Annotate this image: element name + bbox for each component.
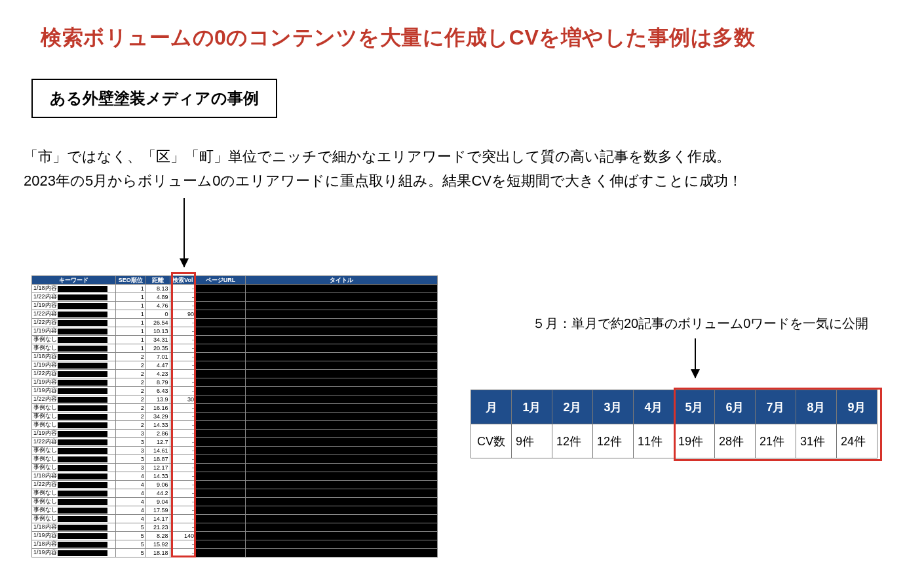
table-row: 1/18内容515.92-	[32, 540, 438, 549]
cell-url-redacted	[195, 489, 245, 498]
cell-date: 1/19内容	[32, 532, 116, 540]
cv-value-cell: 28件	[715, 424, 756, 458]
cell-vol: -	[170, 421, 195, 430]
cell-rank: 1	[116, 285, 146, 293]
cell-vol: 90	[170, 310, 195, 319]
cell-rank: 4	[116, 481, 146, 489]
table-row: 事例なし318.87-	[32, 455, 438, 464]
body-line-2: 2023年の5月からボリューム0のエリアワードに重点取り組み。結果CVを短期間で…	[24, 172, 742, 189]
cell-dist: 44.2	[145, 489, 170, 498]
cell-vol: -	[170, 540, 195, 549]
table-row: 事例なし214.33-	[32, 421, 438, 430]
cell-vol: 30	[170, 395, 195, 404]
cell-rank: 4	[116, 472, 146, 481]
cell-date: 事例なし	[32, 489, 116, 498]
table-row: 事例なし49.04-	[32, 498, 438, 506]
cv-monthly-table: 月 1月 2月 3月 4月 5月 6月 7月 8月 9月 CV数 9件 12件 …	[471, 390, 877, 458]
cell-dist: 2.86	[145, 430, 170, 438]
cell-url-redacted	[195, 481, 245, 489]
cell-date: 事例なし	[32, 413, 116, 421]
cell-date: 事例なし	[32, 447, 116, 455]
cell-date: 1/19内容	[32, 378, 116, 387]
cell-date: 事例なし	[32, 506, 116, 515]
table-row: 事例なし134.31-	[32, 336, 438, 344]
cell-dist: 14.33	[145, 421, 170, 430]
cell-title-redacted	[245, 438, 437, 447]
cell-vol: -	[170, 404, 195, 413]
cell-title-redacted	[245, 387, 437, 395]
cell-dist: 4.47	[145, 361, 170, 370]
cell-vol: -	[170, 430, 195, 438]
cell-date: 事例なし	[32, 455, 116, 464]
cell-url-redacted	[195, 319, 245, 327]
table-row: 1/18内容414.33-	[32, 472, 438, 481]
header-seo-rank: SEO順位	[116, 276, 146, 285]
cell-vol: -	[170, 387, 195, 395]
cell-dist: 9.04	[145, 498, 170, 506]
cv-row-label: CV数	[471, 424, 512, 458]
cell-title-redacted	[245, 344, 437, 353]
cv-header-row: 月 1月 2月 3月 4月 5月 6月 7月 8月 9月	[471, 390, 877, 424]
table-row: 1/19内容32.86-	[32, 430, 438, 438]
cell-dist: 8.79	[145, 378, 170, 387]
arrow-down-icon	[183, 198, 185, 267]
cell-rank: 2	[116, 378, 146, 387]
cell-rank: 2	[116, 421, 146, 430]
cell-rank: 2	[116, 387, 146, 395]
right-annotation: ５月：単月で約20記事のボリューム0ワードを一気に公開	[532, 315, 868, 333]
cell-title-redacted	[245, 285, 437, 293]
cell-date: 事例なし	[32, 515, 116, 523]
cell-dist: 26.54	[145, 319, 170, 327]
cell-vol: -	[170, 447, 195, 455]
cv-value-cell: 19件	[674, 424, 715, 458]
table-header-row: キーワード SEO順位 距離 検索Vol ページURL タイトル	[32, 276, 438, 285]
cell-rank: 1	[116, 319, 146, 327]
cell-url-redacted	[195, 472, 245, 481]
cell-date: 1/22内容	[32, 438, 116, 447]
cell-title-redacted	[245, 302, 437, 310]
cell-title-redacted	[245, 336, 437, 344]
cell-url-redacted	[195, 532, 245, 540]
cell-dist: 7.01	[145, 353, 170, 361]
cell-rank: 2	[116, 404, 146, 413]
table-row: 1/22内容312.7-	[32, 438, 438, 447]
cell-vol: -	[170, 498, 195, 506]
cell-dist: 34.31	[145, 336, 170, 344]
cell-rank: 5	[116, 523, 146, 532]
header-distance: 距離	[145, 276, 170, 285]
cell-vol: -	[170, 549, 195, 557]
cell-date: 1/19内容	[32, 549, 116, 557]
cell-title-redacted	[245, 472, 437, 481]
cell-vol: -	[170, 336, 195, 344]
cv-data-row: CV数 9件 12件 12件 11件 19件 28件 21件 31件 24件	[471, 424, 877, 458]
cell-rank: 1	[116, 344, 146, 353]
table-row: 1/19内容518.18-	[32, 549, 438, 557]
cell-vol: -	[170, 506, 195, 515]
table-row: 1/19内容14.76-	[32, 302, 438, 310]
cell-vol: -	[170, 361, 195, 370]
cell-vol: -	[170, 472, 195, 481]
cell-url-redacted	[195, 498, 245, 506]
cell-date: 1/19内容	[32, 361, 116, 370]
cell-url-redacted	[195, 387, 245, 395]
cv-corner-cell: 月	[471, 390, 512, 424]
cell-rank: 5	[116, 540, 146, 549]
cell-vol: -	[170, 413, 195, 421]
cv-value-cell: 31件	[796, 424, 837, 458]
table-row: 事例なし312.17-	[32, 464, 438, 472]
cell-vol: -	[170, 302, 195, 310]
cell-dist: 12.17	[145, 464, 170, 472]
table-row: 1/18内容27.01-	[32, 353, 438, 361]
cell-date: 1/19内容	[32, 327, 116, 336]
cell-title-redacted	[245, 327, 437, 336]
cell-dist: 18.87	[145, 455, 170, 464]
table-row: 1/18内容521.23-	[32, 523, 438, 532]
cell-title-redacted	[245, 464, 437, 472]
cell-dist: 4.76	[145, 302, 170, 310]
cell-url-redacted	[195, 430, 245, 438]
cell-vol: -	[170, 319, 195, 327]
body-line-1: 「市」ではなく、「区」「町」単位でニッチで細かなエリアワードで突出して質の高い記…	[24, 148, 731, 165]
cell-url-redacted	[195, 455, 245, 464]
cell-dist: 14.17	[145, 515, 170, 523]
cv-month-header: 9月	[837, 390, 877, 424]
